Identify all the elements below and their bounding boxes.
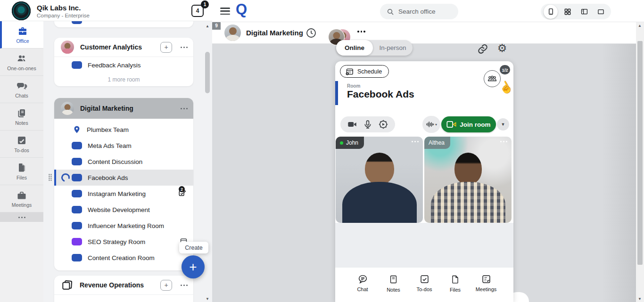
search-input[interactable] [398, 8, 453, 15]
room-name: Website Development [88, 206, 150, 213]
room-feedback-analysis[interactable]: Feedback Analysis [54, 57, 193, 73]
tile-more-icon[interactable] [500, 141, 507, 142]
media-settings-icon[interactable] [377, 118, 389, 131]
create-fab-button[interactable] [182, 255, 205, 278]
hamburger-menu-icon[interactable] [220, 8, 230, 15]
rail-item-notes[interactable]: Notes [0, 103, 43, 131]
section-title: Digital Marketing [80, 105, 181, 112]
briefcase-icon [17, 25, 28, 37]
clock-icon[interactable] [305, 27, 317, 39]
footer-tab-label: Notes [387, 287, 400, 293]
pin-icon [73, 125, 81, 134]
company-logo[interactable] [12, 1, 31, 20]
rail-item-chats[interactable]: Chats [0, 76, 43, 103]
section-header[interactable]: Customer Analytics [54, 38, 193, 57]
app-logo[interactable]: Q [236, 1, 247, 18]
section-more-icon[interactable] [181, 285, 188, 286]
room-content-creation[interactable]: Content Creation Room [54, 250, 193, 266]
rail-item-office[interactable]: Office [0, 21, 43, 49]
room-website-development[interactable]: Website Development [54, 202, 193, 218]
view-split-button[interactable] [577, 5, 591, 19]
footer-tab-meetings[interactable]: Meetings [474, 274, 498, 302]
scroll-up-arrow[interactable]: ▲ [636, 22, 644, 29]
room-plumbex-team[interactable]: Plumbex Team [54, 122, 193, 138]
room-meta-ads-team[interactable]: Meta Ads Team [54, 138, 193, 154]
main-topbar: Q [212, 0, 644, 22]
room-facebook-ads[interactable]: Facebook Ads [54, 170, 193, 186]
room-influencer-marketing[interactable]: Influencer Marketing Room [54, 218, 193, 234]
footer-tab-chat[interactable]: Chat [350, 274, 375, 302]
rail-more-button[interactable] [0, 212, 43, 222]
scroll-down-arrow[interactable]: ▼ [204, 295, 211, 302]
schedule-label: Schedule [357, 68, 382, 75]
room-name: Feedback Analysis [88, 62, 141, 69]
participant-photo [454, 153, 482, 185]
join-room-label: Join room [460, 121, 490, 128]
notification-badge: 1 [201, 0, 209, 8]
room-instagram-marketing[interactable]: Instagram Marketing 2 [54, 186, 193, 202]
footer-tab-label: Chat [357, 286, 368, 292]
tab-in-person[interactable]: In-person [373, 40, 413, 56]
view-grid-button[interactable] [561, 5, 575, 19]
mode-tabs: Online In-person [336, 40, 413, 56]
footer-tab-todos[interactable]: To-dos [412, 274, 437, 302]
rail-item-todos[interactable]: To-dos [0, 131, 43, 158]
scrollbar-thumb[interactable] [205, 52, 210, 93]
sidebar-scrollbar[interactable]: ▲ ▼ [204, 23, 211, 302]
section-title: Revenue Operations [80, 281, 160, 289]
space-more-icon[interactable] [357, 31, 365, 33]
room-name: Plumbex Team [87, 126, 129, 133]
room-seo-strategy[interactable]: SEO Strategy Room [54, 234, 193, 250]
audio-visualizer-button[interactable]: ▾ [422, 116, 440, 133]
camera-icon[interactable] [346, 118, 358, 131]
section-more-icon[interactable] [181, 47, 188, 48]
more-rooms-button[interactable]: 1 more room [54, 73, 193, 86]
add-room-button[interactable] [160, 42, 172, 53]
participant-name-tag: Althea [424, 137, 450, 149]
settings-gear-icon[interactable]: ⚙ [495, 41, 509, 55]
rail-item-files[interactable]: Files [0, 158, 43, 185]
participant-name-tag: John [336, 137, 364, 149]
participant-name: Althea [429, 139, 445, 146]
scrollbar-thumb[interactable] [637, 41, 643, 265]
rail-item-one-on-ones[interactable]: One-on-ones [0, 49, 43, 76]
copy-link-icon[interactable] [477, 43, 489, 55]
room-icon [72, 206, 82, 213]
section-more-icon[interactable] [181, 108, 188, 109]
tile-more-icon[interactable] [412, 141, 419, 142]
view-mobile-button[interactable] [544, 5, 558, 19]
space-avatar[interactable] [224, 24, 241, 41]
scroll-down-arrow[interactable]: ▼ [636, 295, 644, 302]
section-customer-analytics: Customer Analytics Feedback Analysis 1 m… [54, 38, 193, 86]
more-icon [18, 217, 25, 218]
view-full-button[interactable] [594, 5, 608, 19]
media-controls [340, 116, 395, 132]
scroll-up-arrow[interactable]: ▲ [204, 23, 211, 29]
footer-tab-label: Meetings [476, 286, 497, 292]
todo-indicator-icon[interactable]: 2 [178, 189, 188, 198]
rail-item-meetings[interactable]: Meetings [0, 185, 43, 212]
section-header[interactable]: Revenue Operations [54, 276, 193, 294]
join-room-button[interactable]: Join room [441, 116, 496, 132]
room-content-discussion[interactable]: Content Discussion [54, 154, 193, 170]
footer-tab-files[interactable]: Files [443, 274, 468, 302]
video-tile-john[interactable]: John [336, 137, 423, 223]
room-floor-area [335, 223, 513, 268]
mic-icon[interactable] [362, 118, 374, 131]
drag-handle-icon[interactable] [49, 174, 52, 181]
add-room-button[interactable] [160, 280, 172, 291]
footer-tab-notes[interactable]: Notes [381, 274, 406, 302]
section-avatar [61, 41, 74, 54]
join-options-chevron[interactable]: ▼ [497, 118, 509, 131]
search-bar[interactable] [380, 4, 458, 19]
page-scrollbar[interactable]: ▲ ▼ [636, 22, 644, 302]
divider [54, 294, 193, 295]
schedule-button[interactable]: Schedule [340, 65, 389, 78]
view-switcher [541, 4, 611, 19]
video-tile-althea[interactable]: Althea [424, 137, 512, 223]
section-header[interactable]: Digital Marketing [54, 98, 193, 119]
room-icon [72, 238, 82, 245]
tab-online[interactable]: Online [336, 40, 373, 56]
rail-label: Files [17, 175, 27, 180]
footer-tab-label: To-dos [416, 286, 432, 292]
